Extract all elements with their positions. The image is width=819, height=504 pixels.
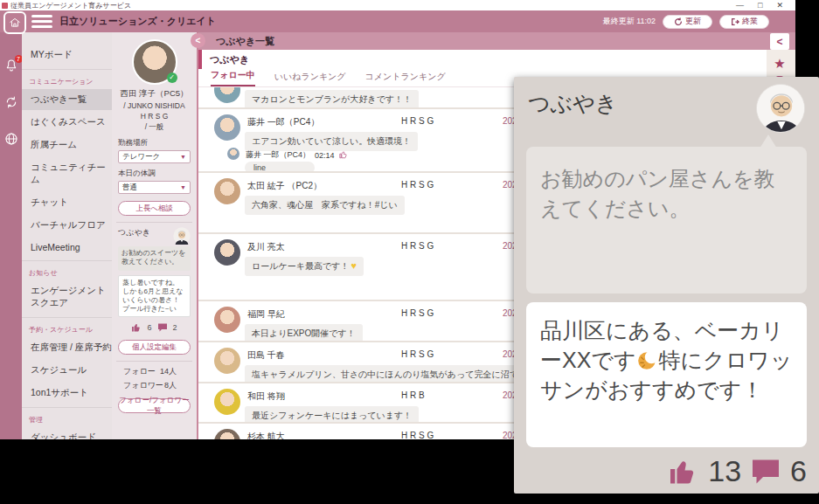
post-message: 塩キャラメルプリン、甘さの中にほんのり塩気があって完全に沼です: [245, 365, 534, 383]
personal-settings-button[interactable]: 個人設定編集: [118, 340, 191, 355]
post-author[interactable]: 和田 将翔: [247, 390, 285, 403]
condition-label: 本日の体調: [118, 169, 191, 179]
sidebar-item[interactable]: エンゲージメントスクエア: [22, 280, 112, 314]
post-message: エアコン効いていて涼しい。快適環境！: [245, 132, 418, 151]
post-author[interactable]: 田島 千春: [247, 349, 285, 362]
consult-supervisor-button[interactable]: 上長へ相談: [118, 201, 191, 216]
icon-rail: 7: [0, 32, 22, 439]
app-header: 日立ソリューションズ・クリエイト 最終更新 11:02 更新 終業: [0, 10, 795, 32]
sidebar-item[interactable]: バーチャルフロア: [22, 215, 112, 236]
refresh-button[interactable]: 更新: [663, 15, 712, 29]
post-message: 最近シフォンケーキにはまっています！: [245, 406, 419, 424]
post-department: H R S G: [401, 431, 434, 439]
overlay-answer-bubble: 品川区にある、ベーカリーXXです特にクロワッサンがおすすめです！: [526, 302, 807, 447]
tab[interactable]: フォロー中: [211, 69, 255, 86]
menu-button[interactable]: [31, 13, 52, 31]
post-avatar: [214, 307, 240, 333]
like-icon[interactable]: [131, 322, 142, 333]
reply-author[interactable]: 藤井 一郎（PC4）: [246, 149, 310, 161]
status-check-icon: ✓: [167, 72, 177, 83]
croissant-icon: [636, 349, 659, 371]
sidebar-item[interactable]: チャット: [22, 192, 112, 213]
condition-select[interactable]: 普通▼: [118, 181, 191, 194]
follower-count: 8人: [164, 380, 177, 391]
post-avatar: [214, 389, 240, 415]
follower-label: フォロワー: [123, 380, 163, 391]
reply-time: 02:14: [315, 151, 335, 160]
post-message: ロールケーキ最高です！♥: [245, 257, 364, 276]
sidebar-section-label: 管理: [22, 407, 112, 427]
profile-dept: H R S G: [118, 112, 191, 121]
post-avatar: [214, 178, 240, 204]
like-icon[interactable]: [339, 150, 348, 161]
post-department: H R S G: [401, 349, 434, 359]
master-avatar: [173, 227, 191, 245]
sidebar-item[interactable]: MYボード: [22, 45, 112, 66]
post-message: マカロンとモンブランが大好きです！！: [245, 90, 419, 109]
favorite-star-icon[interactable]: ★: [774, 56, 785, 72]
sidebar-section-label: 予約・スケジュール: [22, 317, 112, 337]
app-name: 日立ソリューションズ・クリエイト: [59, 15, 216, 28]
sidebar-nav: MYボードコミュニケーションつぶやき一覧はぐくみスペース所属チームコミュニティチ…: [22, 32, 112, 439]
post-author[interactable]: 及川 亮太: [247, 241, 285, 253]
post-department: H R S G: [401, 116, 434, 126]
last-updated-label: 最終更新 11:02: [603, 16, 656, 27]
minimize-button[interactable]: —: [736, 1, 744, 10]
post-avatar: [214, 429, 240, 439]
post-department: H R S G: [401, 308, 434, 318]
sidebar-section-label: コミュニケーション: [22, 69, 112, 89]
notifications-button[interactable]: 7: [4, 59, 18, 72]
follow-count: 14人: [160, 366, 177, 377]
chevron-down-icon: ▼: [180, 154, 186, 160]
post-avatar: [214, 87, 240, 103]
sidebar-item[interactable]: スケジュール: [22, 360, 112, 381]
sidebar-item[interactable]: ダッシュボード: [22, 427, 112, 439]
page-title: つぶやき一覧: [216, 35, 274, 48]
logout-icon: [731, 17, 739, 26]
post-author[interactable]: 藤井 一郎（PC4）: [247, 116, 319, 128]
sidebar-item[interactable]: コミュニティチーム: [22, 157, 112, 190]
maximize-button[interactable]: □: [758, 1, 762, 10]
work-location-label: 勤務場所: [118, 138, 191, 148]
sync-button[interactable]: [4, 95, 18, 109]
profile-comment-count: 2: [173, 323, 177, 332]
end-work-button[interactable]: 終業: [719, 15, 769, 29]
refresh-icon: [674, 17, 683, 26]
magnified-tsubuyaki-overlay: つぶやき お勧めのパン屋さんを教えてください。 品川区にある、ベーカリーXXです…: [514, 77, 819, 494]
app-icon: [2, 3, 8, 9]
tab[interactable]: いいねランキング: [274, 71, 346, 86]
panel-chevron-button[interactable]: <: [770, 33, 789, 50]
desktop-background: 従業員エンゲージメント育みサービス — □ ✕ 日立ソリューションズ・クリエイト…: [0, 0, 819, 504]
close-button[interactable]: ✕: [776, 1, 783, 10]
post-author[interactable]: 太田 紘子 （PC2）: [247, 180, 322, 192]
post-message: 六角家、魂心屋 家系ですね！#じい: [245, 196, 405, 215]
sidebar-item[interactable]: 1on1サポート: [22, 383, 112, 404]
tab[interactable]: コメントランキング: [365, 71, 446, 86]
tsubuyaki-input[interactable]: 蒸し暑いですね。しかも6月と思えないくらいの暑さ！プール行きた~い: [118, 275, 191, 317]
post-department: H R S G: [401, 180, 434, 190]
page-header: < つぶやき一覧: [198, 32, 795, 50]
chevron-down-icon: ▼: [180, 184, 186, 190]
follow-list-button[interactable]: フォロー/フォロワー一覧: [118, 398, 191, 413]
reply-avatar: [227, 148, 239, 160]
globe-icon: [4, 132, 18, 146]
post-message: 本日よりEXPO開催です！: [245, 324, 363, 342]
comment-icon[interactable]: [157, 322, 168, 333]
post-avatar: [214, 114, 240, 141]
post-author[interactable]: 福岡 早紀: [247, 308, 285, 321]
follow-label: フォロー: [123, 366, 156, 377]
network-button[interactable]: [4, 132, 18, 146]
like-icon-large[interactable]: [668, 456, 699, 487]
sidebar-item[interactable]: LiveMeeting: [22, 238, 112, 257]
reply-header: 藤井 一郎（PC4）02:14: [246, 149, 348, 161]
comment-icon-large[interactable]: [750, 456, 781, 487]
home-button[interactable]: [3, 11, 26, 34]
sidebar-item[interactable]: 在席管理 / 座席予約: [22, 337, 112, 358]
collapse-chevron-button[interactable]: <: [191, 33, 205, 48]
work-location-select[interactable]: テレワーク▼: [118, 150, 191, 163]
post-author[interactable]: 杉本 航大: [247, 431, 285, 439]
sidebar-item[interactable]: はぐくみスペース: [22, 112, 112, 133]
sidebar-item[interactable]: 所属チーム: [22, 135, 112, 155]
sidebar-item[interactable]: つぶやき一覧: [22, 89, 112, 110]
overlay-comment-count: 6: [790, 454, 807, 488]
